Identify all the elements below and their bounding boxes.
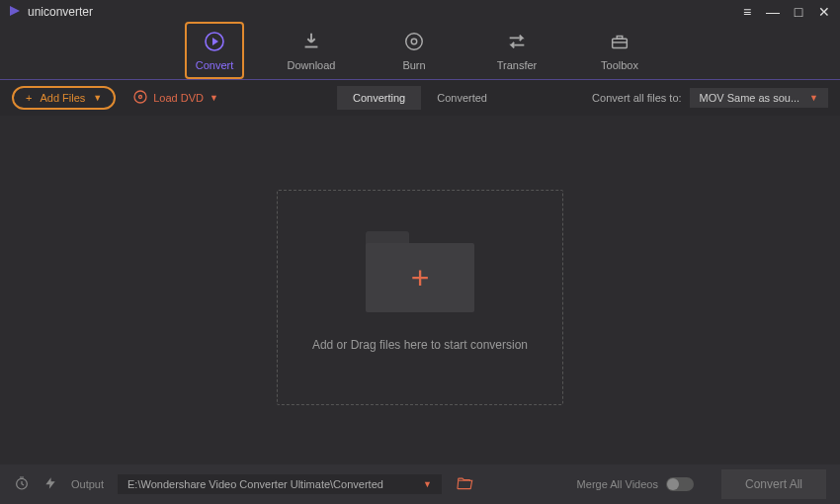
menu-icon[interactable]: ≡ [739,4,755,20]
transfer-icon [506,30,528,53]
svg-rect-7 [617,37,623,40]
clock-icon[interactable] [14,475,30,494]
main-nav: Convert Download Burn Transfer Toolbox [0,24,840,79]
load-dvd-button[interactable]: Load DVD ▼ [133,90,218,106]
svg-point-4 [406,34,423,50]
convert-all-label: Convert all files to: [592,92,681,104]
dropzone-text: Add or Drag files here to start conversi… [312,338,528,352]
tab-converting[interactable]: Converting [337,86,421,110]
output-format-value: MOV Same as sou... [700,92,799,104]
toolbar: + Add Files ▼ Load DVD ▼ Converting Conv… [0,80,840,116]
svg-marker-2 [212,38,218,45]
folder-icon: + [366,243,474,312]
minimize-button[interactable]: — [765,4,781,20]
nav-tab-burn[interactable]: Burn [384,30,444,71]
convert-all-button[interactable]: Convert All [721,469,826,499]
output-path-select[interactable]: E:\Wondershare Video Converter Ultimate\… [118,474,442,494]
nav-tab-convert[interactable]: Convert [185,22,244,79]
nav-tab-toolbox[interactable]: Toolbox [590,30,649,71]
disc-icon [133,90,147,106]
main-area: + Add or Drag files here to start conver… [0,116,840,479]
download-icon [300,30,322,53]
plus-icon: + [26,92,32,104]
app-title: uniconverter [28,5,93,19]
merge-videos-group: Merge All Videos [577,477,694,491]
svg-rect-6 [613,39,628,47]
window-controls: ≡ — □ ✕ [739,4,832,20]
merge-label: Merge All Videos [577,478,658,490]
maximize-button[interactable]: □ [791,4,806,20]
add-files-label: Add Files [40,92,85,104]
plus-icon: + [411,260,430,296]
output-format-select[interactable]: MOV Same as sou... ▼ [690,88,828,108]
close-button[interactable]: ✕ [816,4,832,20]
nav-tab-burn-label: Burn [402,59,425,71]
nav-tab-download-label: Download [288,59,336,71]
convert-all-format-group: Convert all files to: MOV Same as sou...… [592,88,828,108]
footer-bar: Output E:\Wondershare Video Converter Ul… [0,464,840,504]
output-label: Output [71,478,104,490]
convert-icon [203,30,226,53]
svg-rect-3 [305,46,318,48]
svg-marker-0 [10,6,20,16]
tab-converted[interactable]: Converted [421,86,503,110]
chevron-down-icon: ▼ [423,479,432,489]
nav-tab-toolbox-label: Toolbox [601,59,638,71]
load-dvd-label: Load DVD [153,92,204,104]
lightning-icon[interactable] [43,475,57,494]
file-dropzone[interactable]: + Add or Drag files here to start conver… [277,190,563,405]
svg-point-9 [134,91,146,103]
add-files-button[interactable]: + Add Files ▼ [12,86,116,110]
nav-tab-convert-label: Convert [196,59,234,71]
titlebar: uniconverter ≡ — □ ✕ [0,0,840,24]
nav-tab-download[interactable]: Download [282,30,341,71]
nav-tab-transfer[interactable]: Transfer [487,30,546,71]
toolbox-icon [609,30,630,53]
chevron-down-icon: ▼ [93,93,102,103]
svg-point-10 [139,96,142,99]
output-path-value: E:\Wondershare Video Converter Ultimate\… [127,478,383,490]
svg-point-5 [411,39,417,44]
chevron-down-icon: ▼ [210,93,218,103]
svg-marker-12 [45,477,54,489]
burn-icon [403,30,425,53]
app-logo-icon [8,4,22,21]
conversion-state-tabs: Converting Converted [337,86,503,110]
chevron-down-icon: ▼ [809,93,818,103]
open-folder-button[interactable] [456,476,473,493]
merge-toggle[interactable] [666,477,694,491]
nav-tab-transfer-label: Transfer [497,59,538,71]
